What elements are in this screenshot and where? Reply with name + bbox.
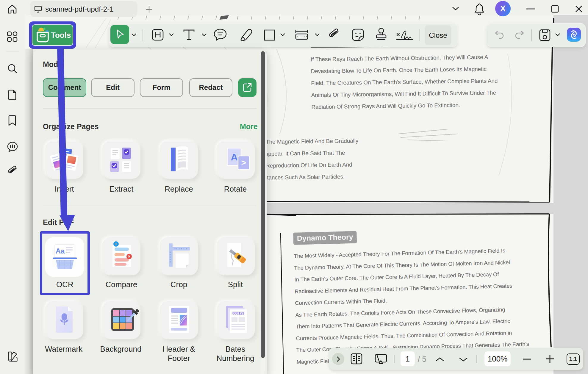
svg-text:Aa: Aa [56, 247, 65, 255]
svg-text:>: > [241, 158, 246, 167]
svg-text:A: A [231, 152, 237, 162]
svg-text:000123: 000123 [232, 311, 244, 315]
